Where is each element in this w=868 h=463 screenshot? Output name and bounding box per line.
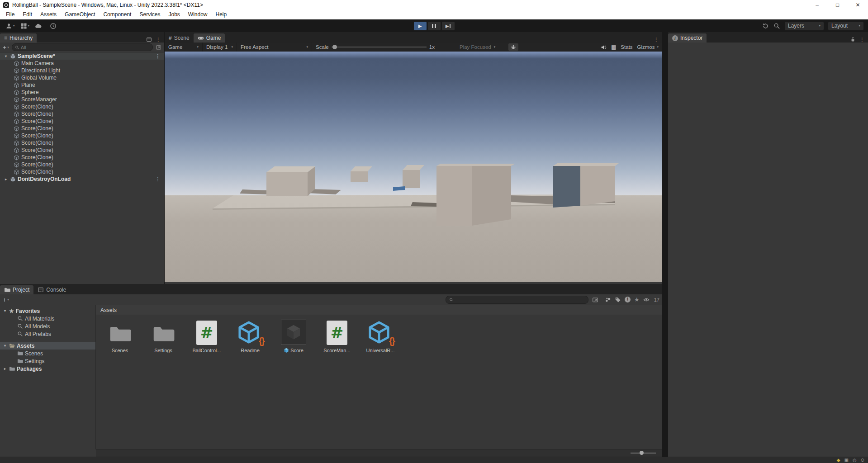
audio-mute-icon[interactable] <box>601 44 607 50</box>
process-status-icon[interactable]: ◎ <box>853 458 857 463</box>
expander-icon[interactable]: ▸ <box>4 177 8 181</box>
vsync-grid-icon[interactable]: ▦ <box>611 44 616 50</box>
layers-dropdown[interactable]: Layers ▾ <box>785 22 824 30</box>
hierarchy-item[interactable]: Score(Clone) <box>0 103 164 110</box>
game-mode-dropdown[interactable]: Game ▾ <box>165 43 203 52</box>
asset-item[interactable]: {} Readme <box>233 320 267 353</box>
warning-filter-icon[interactable]: ! <box>625 297 631 302</box>
pause-button[interactable] <box>428 22 441 30</box>
hierarchy-item[interactable]: Directional Light <box>0 67 164 74</box>
step-button[interactable]: ▶ <box>442 22 455 30</box>
visibility-eye-icon[interactable] <box>643 297 650 303</box>
thumbnail-size-slider[interactable] <box>631 453 656 454</box>
tab-project[interactable]: Project <box>0 285 33 294</box>
tab-console[interactable]: Console <box>33 285 70 294</box>
close-button[interactable]: ✕ <box>848 0 868 10</box>
kebab-menu-icon[interactable]: ⋮ <box>155 53 161 59</box>
open-search-window-icon[interactable] <box>592 297 598 303</box>
maximize-button[interactable]: □ <box>827 0 848 10</box>
project-tree-item-all-materials[interactable]: All Materials <box>0 315 95 322</box>
menu-gameobject[interactable]: GameObject <box>61 10 99 19</box>
hierarchy-item[interactable]: Score(Clone) <box>0 154 164 161</box>
scale-slider[interactable] <box>332 47 427 47</box>
cache-status-icon[interactable]: ▣ <box>844 458 848 463</box>
hierarchy-scene-row[interactable]: ▾ SampleScene* ⋮ <box>0 52 164 60</box>
hierarchy-item[interactable]: Score(Clone) <box>0 125 164 132</box>
menu-help[interactable]: Help <box>212 10 231 19</box>
lock-open-icon[interactable] <box>850 37 856 43</box>
project-tree-item-settings[interactable]: Settings <box>0 357 95 365</box>
project-tree-item-scenes[interactable]: Scenes <box>0 350 95 357</box>
project-tree-item-favorites[interactable]: ▾★Favorites <box>0 307 95 315</box>
expander-icon[interactable]: ▸ <box>3 367 7 371</box>
tab-hierarchy[interactable]: ≡ Hierarchy <box>0 33 37 43</box>
services-button[interactable]: ▾ <box>20 23 30 29</box>
project-tree-item-all-models[interactable]: All Models <box>0 322 95 330</box>
menu-services[interactable]: Services <box>135 10 164 19</box>
project-tree-item-packages[interactable]: ▸Packages <box>0 365 95 373</box>
hierarchy-item[interactable]: Score(Clone) <box>0 168 164 175</box>
asset-item[interactable]: Score <box>277 320 310 353</box>
project-tree-item-all-prefabs[interactable]: All Prefabs <box>0 330 95 338</box>
minimize-button[interactable]: – <box>807 0 827 10</box>
dock-icon[interactable] <box>146 37 152 43</box>
tab-game[interactable]: Game <box>194 33 225 43</box>
scale-slider-knob[interactable] <box>332 45 337 49</box>
game-viewport[interactable] <box>165 52 662 282</box>
hierarchy-item[interactable]: Score(Clone) <box>0 118 164 125</box>
hierarchy-item[interactable]: Score(Clone) <box>0 132 164 139</box>
asset-item[interactable]: {} UniversalR... <box>364 320 397 353</box>
hierarchy-item[interactable]: Plane <box>0 81 164 89</box>
account-button[interactable]: ▾ <box>5 23 15 29</box>
hierarchy-item[interactable]: Score(Clone) <box>0 146 164 154</box>
hierarchy-item[interactable]: ScoreManager <box>0 96 164 103</box>
asset-store-icon[interactable] <box>605 297 611 303</box>
project-search-input[interactable] <box>446 296 588 304</box>
expander-icon[interactable]: ▾ <box>3 309 7 313</box>
hierarchy-item[interactable]: Sphere <box>0 89 164 96</box>
create-button[interactable]: +▾ <box>3 44 9 51</box>
cloud-button[interactable] <box>35 23 42 29</box>
activity-status-icon[interactable]: ⊙ <box>861 458 864 463</box>
menu-file[interactable]: File <box>2 10 19 19</box>
label-tag-icon[interactable] <box>615 297 621 303</box>
stats-button[interactable]: Stats <box>621 44 632 50</box>
hierarchy-dontdestroy-row[interactable]: ▸ DontDestroyOnLoad ⋮ <box>0 175 164 183</box>
expander-icon[interactable]: ▾ <box>3 344 7 348</box>
favorites-star-icon[interactable]: ★ <box>634 296 640 303</box>
display-dropdown[interactable]: Display 1 ▾ <box>203 43 237 52</box>
asset-item[interactable]: Scenes <box>103 320 137 353</box>
asset-item[interactable]: # BallControl... <box>190 320 223 353</box>
hierarchy-item[interactable]: Main Camera <box>0 60 164 67</box>
activity-button[interactable] <box>50 23 57 29</box>
thumbnail-size-knob[interactable] <box>640 451 644 455</box>
expander-icon[interactable]: ▾ <box>4 54 8 58</box>
menu-component[interactable]: Component <box>99 10 135 19</box>
search-by-type-icon[interactable] <box>156 44 161 50</box>
create-asset-button[interactable]: +▾ <box>3 296 9 303</box>
debug-button[interactable] <box>508 43 518 51</box>
menu-edit[interactable]: Edit <box>19 10 36 19</box>
hierarchy-item[interactable]: Global Volume <box>0 74 164 81</box>
hierarchy-item[interactable]: Score(Clone) <box>0 161 164 168</box>
asset-item[interactable]: # ScoreMan... <box>320 320 354 353</box>
tab-inspector[interactable]: i Inspector <box>668 33 707 43</box>
undo-history-button[interactable] <box>762 23 769 29</box>
asset-item[interactable]: Settings <box>147 320 180 353</box>
menu-jobs[interactable]: Jobs <box>164 10 184 19</box>
collab-status-icon[interactable]: ◆ <box>837 458 840 463</box>
gizmos-dropdown[interactable]: Gizmos ▾ <box>637 44 659 50</box>
kebab-menu-icon[interactable]: ⋮ <box>654 37 659 43</box>
aspect-dropdown[interactable]: Free Aspect ▾ <box>237 43 312 52</box>
project-tree-item-assets[interactable]: ▾Assets <box>0 342 95 350</box>
menu-assets[interactable]: Assets <box>36 10 61 19</box>
hierarchy-search-input[interactable]: All <box>12 43 153 51</box>
kebab-menu-icon[interactable]: ⋮ <box>156 37 161 43</box>
kebab-menu-icon[interactable]: ⋮ <box>155 176 161 182</box>
search-button[interactable] <box>773 23 780 29</box>
tab-scene[interactable]: # Scene <box>165 33 194 43</box>
kebab-menu-icon[interactable]: ⋮ <box>859 37 865 43</box>
play-button[interactable]: ▶ <box>414 22 427 30</box>
hierarchy-item[interactable]: Score(Clone) <box>0 139 164 146</box>
play-focused-dropdown[interactable]: Play Focused ▾ <box>460 44 495 50</box>
